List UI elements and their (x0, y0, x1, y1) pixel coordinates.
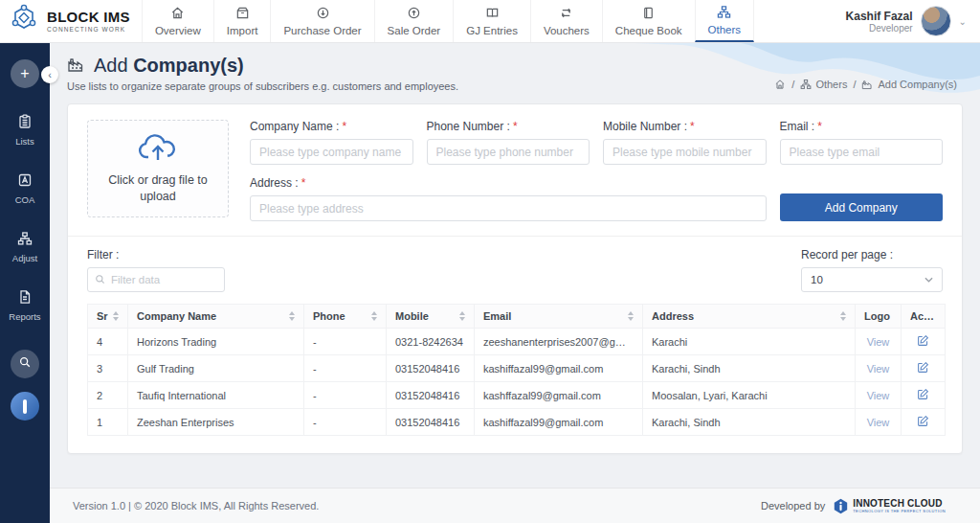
edit-icon[interactable] (917, 337, 929, 349)
add-button[interactable]: + (11, 59, 39, 88)
add-company-button[interactable]: Add Company (780, 193, 944, 221)
nav-item-cheque-book[interactable]: Cheque Book (602, 0, 695, 42)
sort-icon[interactable] (113, 311, 119, 321)
col-header-sr[interactable]: Sr (88, 305, 128, 329)
cell-sr: 1 (88, 409, 128, 436)
phone-number-label: Phone Number :* (427, 120, 590, 133)
breadcrumb-home[interactable] (774, 79, 786, 90)
nav-item-sale-order[interactable]: Sale Order (374, 0, 454, 42)
sidebar-item-reports[interactable]: Reports (9, 289, 40, 322)
search-icon (18, 355, 32, 373)
col-header-company[interactable]: Company Name (128, 305, 304, 329)
cloud-upload-icon (137, 132, 179, 167)
company-name-field[interactable] (250, 139, 413, 165)
col-header-mobile[interactable]: Mobile (387, 305, 475, 329)
brand-name: BLOCK IMS (47, 10, 130, 24)
cell-email: kashffazal99@gmail.com (475, 382, 643, 409)
phone-number-field[interactable] (427, 139, 590, 165)
table-row: 1 Zeeshan Enterprises - 03152048416 kash… (88, 409, 946, 436)
cell-company: Taufiq International (128, 382, 304, 409)
cell-mobile: 03152048416 (387, 382, 475, 409)
nav-item-gj-entries[interactable]: GJ Entries (453, 0, 530, 42)
view-logo-link[interactable]: View (867, 363, 890, 375)
main-content: Add Company(s) Use lists to organize sep… (50, 43, 980, 523)
view-logo-link[interactable]: View (867, 417, 890, 428)
edit-icon[interactable] (917, 418, 929, 429)
sort-icon[interactable] (289, 311, 295, 321)
search-icon (95, 274, 105, 284)
sitemap-icon (717, 5, 731, 21)
mobile-number-field[interactable] (603, 139, 767, 165)
cell-mobile: 0321-8242634 (387, 329, 475, 355)
edit-icon[interactable] (917, 364, 929, 375)
sidebar-item-label: Adjust (12, 253, 37, 263)
cell-company: Zeeshan Enterprises (128, 409, 304, 436)
view-logo-link[interactable]: View (867, 336, 890, 348)
sidebar-item-adjust[interactable]: Adjust (12, 231, 37, 263)
repeat-icon (559, 6, 573, 22)
breadcrumb: / Others / Add Company(s) (774, 79, 957, 92)
innotech-cloud-logo[interactable]: INNOTECH CLOUD TECHNOLOGY IS THE PERFECT… (833, 498, 946, 514)
table-header-row: Sr Company Name Phone Mobile Email Addre… (88, 305, 946, 329)
col-header-address[interactable]: Address (643, 305, 856, 329)
breadcrumb-add-company[interactable]: Add Company(s) (861, 79, 957, 90)
left-sidebar: + ‹ Lists COA Adjust Reports (0, 43, 50, 523)
brand-hexagon-icon (8, 3, 40, 39)
sort-icon[interactable] (628, 311, 634, 321)
breadcrumb-others[interactable]: Others (800, 79, 847, 90)
records-per-page-select[interactable]: 10 (801, 267, 943, 292)
chevron-down-icon[interactable]: ⌄ (959, 16, 967, 27)
required-asterisk: * (301, 176, 306, 190)
top-navigation-bar: BLOCK IMS CONNECTING WORK Overview Impor… (0, 0, 980, 43)
sidebar-item-lists[interactable]: Lists (15, 114, 34, 147)
cell-mobile: 03152048416 (387, 355, 475, 382)
upload-label: Click or drag file to upload (100, 172, 215, 205)
nav-item-import[interactable]: Import (213, 0, 271, 42)
home-icon (170, 6, 185, 22)
address-field[interactable] (250, 195, 767, 221)
sidebar-search-button[interactable] (11, 350, 39, 378)
nav-label: GJ Entries (466, 25, 518, 36)
table-row: 4 Horizons Trading - 0321-8242634 zeesha… (88, 329, 946, 355)
cell-address: Karachi, Sindh (643, 355, 856, 382)
sidebar-item-coa[interactable]: COA (15, 172, 35, 205)
breadcrumb-separator: / (853, 79, 856, 90)
sort-icon[interactable] (459, 311, 465, 321)
sort-icon[interactable] (371, 311, 377, 321)
email-field[interactable] (780, 139, 944, 165)
required-asterisk: * (513, 120, 518, 133)
user-menu[interactable]: Kashif Fazal Developer ⌄ (846, 0, 980, 42)
col-header-phone[interactable]: Phone (304, 305, 387, 329)
brand-globe-icon[interactable] (11, 392, 39, 421)
sidebar-item-label: Lists (15, 136, 34, 147)
view-logo-link[interactable]: View (867, 390, 890, 401)
cell-phone: - (304, 355, 387, 382)
edit-icon[interactable] (917, 391, 929, 402)
cell-email: zeeshanenterprises2007@gmail.com (475, 329, 643, 355)
nav-item-purchase-order[interactable]: Purchase Order (270, 0, 373, 42)
required-asterisk: * (817, 120, 822, 133)
add-company-card: Click or drag file to upload Company Nam… (67, 103, 963, 454)
nav-label: Cheque Book (615, 25, 682, 36)
cell-phone: - (304, 409, 387, 436)
import-box-icon (235, 6, 250, 22)
cell-address: Karachi (643, 329, 856, 355)
brand-logo[interactable]: BLOCK IMS CONNECTING WORK (0, 0, 142, 42)
sidebar-collapse-button[interactable]: ‹ (41, 66, 58, 83)
nav-item-others[interactable]: Others (695, 0, 755, 42)
cell-company: Horizons Trading (128, 329, 304, 355)
filter-input[interactable] (87, 267, 225, 292)
nav-item-vouchers[interactable]: Vouchers (530, 0, 602, 42)
nav-item-overview[interactable]: Overview (142, 0, 213, 42)
user-avatar[interactable] (921, 6, 951, 36)
circle-arrow-down-icon (316, 6, 330, 22)
hexagon-i-icon (833, 498, 849, 514)
sort-icon[interactable] (840, 311, 846, 321)
developer-name: INNOTECH CLOUD (853, 499, 946, 509)
user-name: Kashif Fazal (846, 10, 913, 23)
page-subtitle: Use lists to organize separate groups of… (67, 80, 458, 92)
file-upload-dropzone[interactable]: Click or drag file to upload (87, 120, 229, 217)
cell-mobile: 03152048416 (387, 409, 475, 436)
company-name-label: Company Name :* (250, 120, 413, 133)
col-header-email[interactable]: Email (475, 305, 643, 329)
